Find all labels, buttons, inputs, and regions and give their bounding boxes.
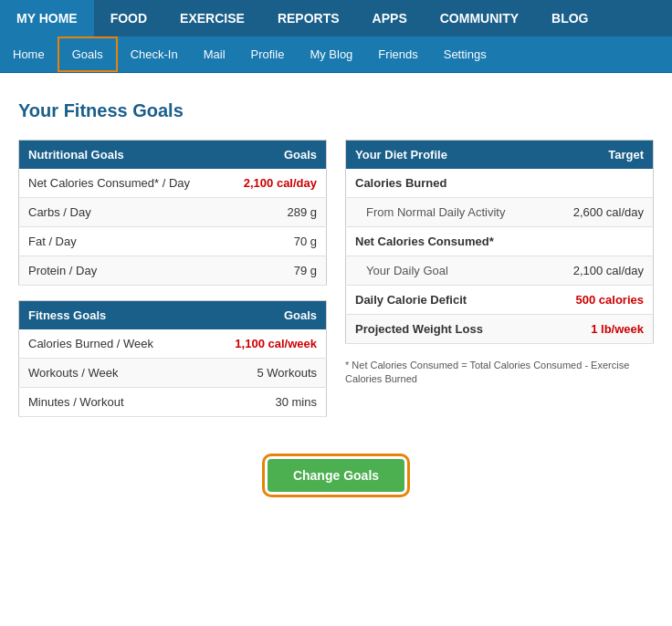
top-nav: MY HOME FOOD EXERCISE REPORTS APPS COMMU… [0, 0, 672, 37]
nutritional-row-3-label: Protein / Day [19, 256, 223, 286]
subnav-checkin[interactable]: Check-In [118, 37, 191, 72]
nav-reports[interactable]: REPORTS [261, 0, 356, 37]
diet-profile-col-label: Target [547, 141, 654, 170]
sub-nav: Home Goals Check-In Mail Profile My Blog… [0, 37, 672, 73]
goals-left: Nutritional Goals Goals Net Calories Con… [18, 140, 327, 432]
diet-profile-table: Your Diet Profile Target Calories Burned… [345, 140, 654, 344]
nutritional-row-1-value: 289 g [223, 198, 327, 227]
subnav-home[interactable]: Home [0, 37, 58, 72]
nutritional-row-1-label: Carbs / Day [19, 198, 223, 227]
diet-row-0-value [547, 169, 654, 198]
fitness-goals-table: Fitness Goals Goals Calories Burned / We… [18, 300, 327, 417]
table-row: Projected Weight Loss 1 lb/week [346, 315, 654, 344]
diet-row-1-label: From Normal Daily Activity [346, 198, 547, 227]
diet-row-4-label: Daily Calorie Deficit [346, 286, 547, 315]
diet-row-5-value: 1 lb/week [547, 315, 654, 344]
change-goals-button[interactable]: Change Goals [268, 459, 404, 492]
nav-apps[interactable]: APPS [356, 0, 424, 37]
fitness-row-2-value: 30 mins [200, 388, 327, 417]
fitness-row-0-value: 1,100 cal/week [200, 329, 327, 359]
table-row: Calories Burned [346, 169, 654, 198]
nutritional-goals-heading: Nutritional Goals [19, 141, 223, 170]
fitness-row-0-label: Calories Burned / Week [19, 329, 200, 359]
subnav-friends[interactable]: Friends [365, 37, 430, 72]
subnav-settings[interactable]: Settings [431, 37, 499, 72]
page-title: Your Fitness Goals [18, 100, 654, 121]
nav-blog[interactable]: BLOG [535, 0, 604, 37]
nav-community[interactable]: COMMUNITY [424, 0, 535, 37]
table-row: Your Daily Goal 2,100 cal/day [346, 256, 654, 286]
nav-exercise[interactable]: EXERCISE [163, 0, 261, 37]
fitness-goals-heading: Fitness Goals [19, 301, 200, 330]
diet-row-3-label: Your Daily Goal [346, 256, 547, 286]
subnav-myblog[interactable]: My Blog [297, 37, 365, 72]
table-row: From Normal Daily Activity 2,600 cal/day [346, 198, 654, 227]
table-row: Minutes / Workout 30 mins [19, 388, 327, 417]
fitness-goals-col-label: Goals [200, 301, 327, 330]
fitness-row-1-label: Workouts / Week [19, 359, 200, 388]
diet-row-2-label: Net Calories Consumed* [346, 227, 547, 256]
nav-my-home[interactable]: MY HOME [0, 0, 94, 37]
subnav-mail[interactable]: Mail [191, 37, 238, 72]
diet-row-0-label: Calories Burned [346, 169, 547, 198]
nutritional-row-0-value: 2,100 cal/day [223, 169, 327, 198]
table-row: Protein / Day 79 g [19, 256, 327, 286]
table-row: Net Calories Consumed* / Day 2,100 cal/d… [19, 169, 327, 198]
table-row: Net Calories Consumed* [346, 227, 654, 256]
nav-food[interactable]: FOOD [94, 0, 163, 37]
goals-right: Your Diet Profile Target Calories Burned… [345, 140, 654, 387]
diet-row-4-value: 500 calories [547, 286, 654, 315]
nutritional-goals-table: Nutritional Goals Goals Net Calories Con… [18, 140, 327, 286]
subnav-profile[interactable]: Profile [238, 37, 298, 72]
footnote: * Net Calories Consumed = Total Calories… [345, 359, 654, 387]
table-row: Calories Burned / Week 1,100 cal/week [19, 329, 327, 359]
fitness-row-2-label: Minutes / Workout [19, 388, 200, 417]
nutritional-row-0-label: Net Calories Consumed* / Day [19, 169, 223, 198]
diet-row-2-value [547, 227, 654, 256]
nutritional-goals-col-label: Goals [223, 141, 327, 170]
table-row: Carbs / Day 289 g [19, 198, 327, 227]
table-row: Daily Calorie Deficit 500 calories [346, 286, 654, 315]
button-row: Change Goals [18, 459, 654, 492]
main-content: Your Fitness Goals Nutritional Goals Goa… [0, 73, 672, 510]
subnav-goals[interactable]: Goals [58, 37, 118, 72]
diet-profile-heading: Your Diet Profile [346, 141, 547, 170]
diet-row-3-value: 2,100 cal/day [547, 256, 654, 286]
nutritional-row-3-value: 79 g [223, 256, 327, 286]
table-row: Workouts / Week 5 Workouts [19, 359, 327, 388]
table-row: Fat / Day 70 g [19, 227, 327, 256]
nutritional-row-2-label: Fat / Day [19, 227, 223, 256]
diet-row-1-value: 2,600 cal/day [547, 198, 654, 227]
diet-row-5-label: Projected Weight Loss [346, 315, 547, 344]
nutritional-row-2-value: 70 g [223, 227, 327, 256]
goals-layout: Nutritional Goals Goals Net Calories Con… [18, 140, 654, 432]
fitness-row-1-value: 5 Workouts [200, 359, 327, 388]
